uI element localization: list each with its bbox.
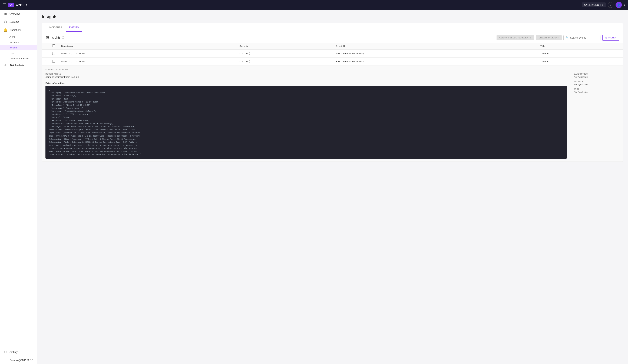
expanded-right: CATEGORIES: Not Applicable TACTICS: Not … (574, 73, 619, 159)
row-checkbox-cell (50, 58, 58, 66)
col-expand (42, 43, 50, 50)
expanded-content: 4/16/2021, 11:31:27 AM DESCRIPTION: Some… (42, 66, 623, 161)
insights-card: INCIDENTS EVENTS 45 insights ⓘ CLEAR 0 S… (42, 23, 623, 162)
sidebar-item-label: Settings (9, 351, 18, 354)
sidebar-item-back[interactable]: ← Back to QOMPLX:OS (0, 356, 37, 364)
chevron-down-icon: ⌄ (241, 53, 243, 54)
table-header-row: Timestamp Severity Event ID Title (42, 43, 623, 50)
row-severity: ⌄ LOW (237, 50, 333, 58)
chevron-down-icon: ⌄ (241, 61, 243, 62)
sidebar-item-systems[interactable]: ⬡ Systems (0, 18, 37, 26)
tabs-container: INCIDENTS EVENTS (42, 23, 623, 32)
logo-name: CYBER (16, 3, 27, 7)
row-expand-chevron[interactable]: ⌃ (42, 58, 50, 66)
search-box: 🔍 (563, 35, 600, 40)
sidebar-subitem-alerts[interactable]: Alerts (0, 34, 37, 39)
expanded-body: DESCRIPTION: Some event insight from Den… (45, 73, 619, 159)
tags-value: Not Applicable (574, 91, 619, 93)
table-row: ⌃ 4/16/2021, 11:31:27 AM ⌄ LOW EVT-c1srn… (42, 58, 623, 66)
tab-events[interactable]: EVENTS (66, 23, 82, 32)
col-severity: Severity (237, 43, 333, 50)
row-title: Den rule (538, 50, 623, 58)
org-chevron-icon: ▾ (602, 3, 603, 6)
sidebar-item-risk-analysis[interactable]: ⚠ Risk Analysis (0, 61, 37, 69)
row-event-id: EVT-c1srnnuhaf9001nvvvc0 (333, 58, 538, 66)
overview-icon: ⊞ (3, 12, 7, 16)
extra-info-label: Extra information: (45, 82, 567, 84)
search-icon: 🔍 (566, 36, 569, 39)
severity-badge: ⌄ LOW (239, 52, 250, 55)
main-content: Insights INCIDENTS EVENTS 45 insights ⓘ … (37, 10, 628, 364)
user-chevron-icon: ▾ (624, 3, 625, 6)
row-timestamp: 4/16/2021, 11:31:27 AM (58, 58, 237, 66)
tags-label: TAGS: (574, 88, 619, 90)
app-body: ⊞ Overview ⬡ Systems 🔔 Operations Alerts… (0, 10, 628, 364)
settings-icon: ⚙ (3, 350, 7, 354)
row-checkbox[interactable] (52, 60, 55, 63)
sidebar-item-label: Systems (9, 20, 19, 23)
col-event-id: Event ID (333, 43, 538, 50)
description-label: DESCRIPTION: (45, 73, 567, 75)
col-checkbox (50, 43, 58, 50)
sidebar-subitem-incidents[interactable]: Incidents (0, 39, 37, 45)
tab-incidents[interactable]: INCIDENTS (45, 23, 66, 32)
logo-q: Q: (8, 3, 14, 7)
sidebar-item-label: Back to QOMPLX:OS (9, 359, 33, 362)
row-checkbox[interactable] (52, 52, 55, 55)
filter-icon: ⊟ (605, 36, 607, 39)
user-avatar[interactable]: 👤 (616, 2, 622, 8)
insights-header: 45 insights ⓘ CLEAR 0 SELECTED EVENTS CR… (42, 32, 623, 43)
back-icon: ← (3, 358, 7, 362)
row-timestamp: 4/16/2021, 11:31:27 AM (58, 50, 237, 58)
help-info-icon: ⓘ (62, 36, 64, 39)
severity-badge: ⌄ LOW (239, 60, 250, 63)
sidebar-item-overview[interactable]: ⊞ Overview (0, 10, 37, 18)
page-title: Insights (42, 14, 623, 19)
col-title: Title (538, 43, 623, 50)
search-input[interactable] (570, 36, 598, 39)
row-checkbox-cell (50, 50, 58, 58)
insights-actions: CLEAR 0 SELECTED EVENTS CREATE INCIDENT … (496, 35, 619, 41)
sidebar-item-operations[interactable]: 🔔 Operations (0, 26, 37, 34)
create-incident-button[interactable]: CREATE INCIDENT (536, 35, 562, 40)
filter-button[interactable]: ⊟ FILTER (602, 35, 619, 41)
systems-icon: ⬡ (3, 20, 7, 24)
menu-icon[interactable]: ☰ (3, 3, 6, 7)
insights-count: 45 insights ⓘ (45, 36, 64, 39)
select-all-checkbox[interactable] (52, 44, 55, 47)
topnav: ☰ Q: CYBER CYBER ORCH ▾ ? 👤 ▾ (0, 0, 628, 10)
tactics-value: Not Applicable (574, 83, 619, 86)
risk-icon: ⚠ (3, 63, 7, 67)
operations-icon: 🔔 (3, 28, 7, 32)
extra-info-section: Extra information: { "Category": "Kerber… (45, 82, 567, 159)
categories-value: Not Applicable (574, 76, 619, 78)
sidebar-subitem-insights[interactable]: Insights (0, 45, 37, 50)
expanded-detail-cell: 4/16/2021, 11:31:27 AM DESCRIPTION: Some… (42, 66, 623, 162)
row-event-id: EVT-c1srnnuhaf9001nvvvcg (333, 50, 538, 58)
app-logo: Q: CYBER (8, 3, 27, 7)
table-row: ⌄ 4/16/2021, 11:31:27 AM ⌄ LOW EVT-c1srn… (42, 50, 623, 58)
col-timestamp: Timestamp (58, 43, 237, 50)
sidebar-item-label: Operations (9, 29, 21, 31)
sidebar-item-label: Overview (9, 12, 20, 15)
sidebar-item-label: Risk Analysis (9, 64, 24, 67)
description-value: Some event insight from Den rule (45, 76, 567, 78)
sidebar-subitem-logs[interactable]: Logs (0, 50, 37, 56)
topnav-right: CYBER ORCH ▾ ? 👤 ▾ (582, 2, 625, 8)
row-title: Den rule (538, 58, 623, 66)
sidebar-item-settings[interactable]: ⚙ Settings (0, 348, 37, 356)
expanded-timestamp: 4/16/2021, 11:31:27 AM (45, 68, 619, 71)
org-name: CYBER ORCH (584, 3, 601, 6)
sidebar-subitem-detections[interactable]: Detections & Rules (0, 56, 37, 61)
header-left: 45 insights ⓘ (45, 36, 64, 39)
tactics-label: TACTICS: (574, 80, 619, 82)
row-severity: ⌄ LOW (237, 58, 333, 66)
sidebar: ⊞ Overview ⬡ Systems 🔔 Operations Alerts… (0, 10, 37, 364)
help-button[interactable]: ? (608, 2, 614, 8)
json-block: { "Category": "Kerberos Service Ticket O… (45, 86, 567, 159)
row-expand-chevron[interactable]: ⌄ (42, 50, 50, 58)
org-selector[interactable]: CYBER ORCH ▾ (582, 2, 606, 7)
sidebar-bottom: ⚙ Settings ← Back to QOMPLX:OS (0, 348, 37, 364)
clear-selected-button[interactable]: CLEAR 0 SELECTED EVENTS (496, 35, 534, 40)
events-table: Timestamp Severity Event ID Title ⌄ 4/16… (42, 43, 623, 162)
